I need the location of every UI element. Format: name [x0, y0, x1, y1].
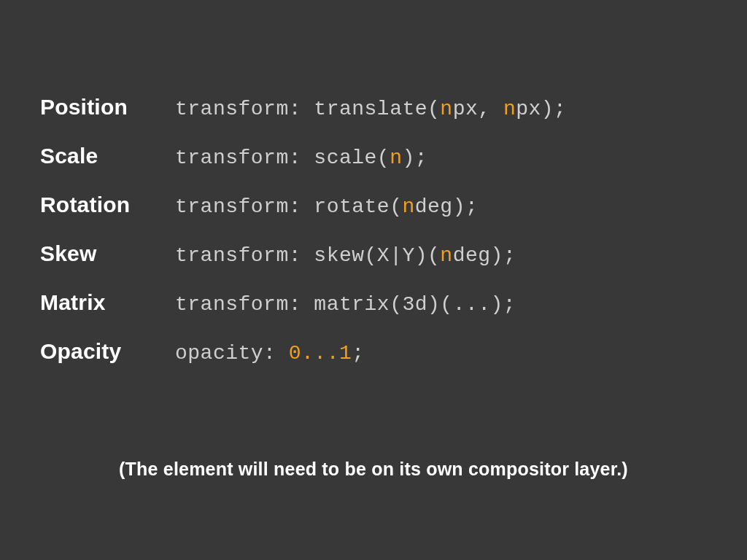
code-text: transform: matrix(3d)(...);	[175, 293, 516, 316]
row-code-position: transform: translate(npx, npx);	[175, 98, 566, 120]
code-text: opacity:	[175, 342, 289, 365]
row-code-skew: transform: skew(X|Y)(ndeg);	[175, 244, 516, 267]
code-variable: n	[503, 98, 516, 120]
code-text: transform: rotate(	[175, 195, 402, 218]
table-row: Scale transform: scale(n);	[40, 144, 711, 169]
row-code-matrix: transform: matrix(3d)(...);	[175, 293, 516, 316]
table-row: Matrix transform: matrix(3d)(...);	[40, 290, 711, 316]
row-label-matrix: Matrix	[40, 290, 175, 315]
code-text: transform: translate(	[175, 98, 440, 120]
code-variable: n	[440, 244, 452, 267]
code-text: transform: skew(X|Y)(	[175, 244, 440, 267]
code-variable: n	[440, 98, 452, 120]
row-code-scale: transform: scale(n);	[175, 147, 427, 169]
row-label-opacity: Opacity	[40, 339, 175, 364]
code-text: transform: scale(	[175, 147, 390, 169]
code-text: px);	[516, 98, 566, 120]
code-text: deg);	[453, 244, 516, 267]
row-code-opacity: opacity: 0...1;	[175, 342, 365, 365]
footnote-text: (The element will need to be on its own …	[0, 459, 747, 480]
table-row: Rotation transform: rotate(ndeg);	[40, 192, 711, 218]
code-variable: n	[390, 147, 402, 169]
row-label-position: Position	[40, 95, 175, 120]
table-row: Opacity opacity: 0...1;	[40, 339, 711, 365]
code-text: ;	[352, 342, 364, 365]
code-text: px,	[453, 98, 503, 120]
properties-table: Position transform: translate(npx, npx);…	[40, 95, 711, 365]
table-row: Skew transform: skew(X|Y)(ndeg);	[40, 241, 711, 267]
table-row: Position transform: translate(npx, npx);	[40, 95, 711, 120]
code-text: );	[402, 147, 427, 169]
row-code-rotation: transform: rotate(ndeg);	[175, 195, 478, 218]
row-label-skew: Skew	[40, 241, 175, 266]
code-text: deg);	[415, 195, 479, 218]
code-variable: 0...1	[289, 342, 352, 365]
row-label-scale: Scale	[40, 144, 175, 168]
code-variable: n	[402, 195, 414, 218]
row-label-rotation: Rotation	[40, 192, 175, 217]
